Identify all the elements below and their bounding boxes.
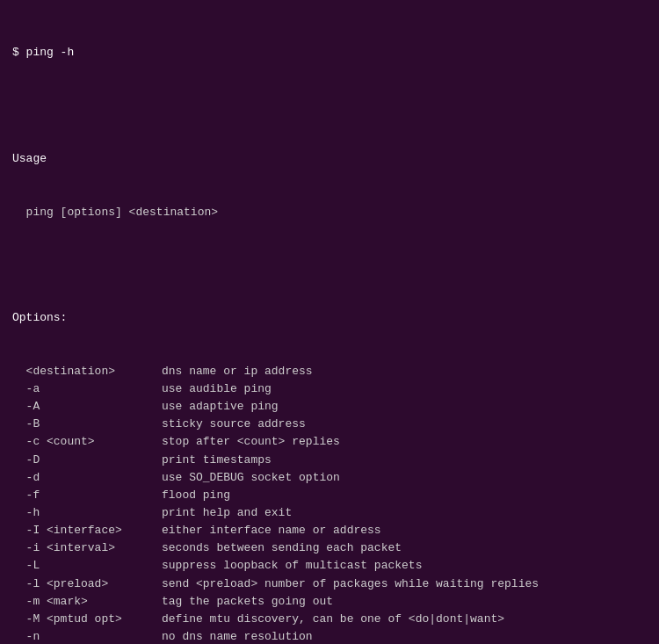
option-desc: print help and exit (162, 504, 292, 522)
usage-label: Usage (12, 150, 647, 168)
option-line: -i <interval>seconds between sending eac… (12, 539, 647, 557)
usage-cmd: ping [options] <destination> (12, 204, 647, 221)
option-key: -L (12, 557, 162, 575)
option-key: -f (12, 487, 162, 504)
option-key: -a (12, 380, 162, 398)
blank-line-1 (12, 98, 647, 115)
option-desc: no dns name resolution (162, 628, 313, 644)
option-key: -h (12, 504, 162, 522)
option-line: -l <preload>send <preload> number of pac… (12, 575, 647, 593)
option-line: -I <interface>either interface name or a… (12, 522, 647, 539)
option-desc: stop after <count> replies (162, 433, 340, 451)
option-key: -A (12, 398, 162, 416)
option-line: <destination>dns name or ip address (12, 363, 647, 380)
option-desc: use adaptive ping (162, 398, 279, 416)
command-line: $ ping -h (12, 44, 647, 62)
option-desc: use SO_DEBUG socket option (162, 469, 340, 487)
option-desc: suppress loopback of multicast packets (162, 557, 422, 575)
option-desc: print timestamps (162, 452, 272, 469)
option-key: -i <interval> (12, 539, 162, 557)
option-desc: send <preload> number of packages while … (162, 575, 539, 593)
option-line: -ause audible ping (12, 380, 647, 398)
option-desc: sticky source address (162, 416, 306, 433)
option-key: <destination> (12, 363, 162, 380)
option-key: -d (12, 469, 162, 487)
option-key: -B (12, 416, 162, 433)
option-key: -D (12, 452, 162, 469)
blank-line-2 (12, 257, 647, 274)
option-desc: either interface name or address (162, 522, 381, 539)
option-desc: use audible ping (162, 380, 272, 398)
option-key: -m <mark> (12, 593, 162, 611)
option-line: -Ause adaptive ping (12, 398, 647, 416)
option-line: -Lsuppress loopback of multicast packets (12, 557, 647, 575)
option-key: -M <pmtud opt> (12, 611, 162, 628)
option-line: -c <count>stop after <count> replies (12, 433, 647, 451)
option-line: -M <pmtud opt>define mtu discovery, can … (12, 611, 647, 628)
option-key: -I <interface> (12, 522, 162, 539)
options-label: Options: (12, 309, 647, 327)
option-desc: tag the packets going out (162, 593, 333, 611)
option-line: -m <mark>tag the packets going out (12, 593, 647, 611)
option-line: -Bsticky source address (12, 416, 647, 433)
option-line: -Dprint timestamps (12, 452, 647, 469)
option-key: -n (12, 628, 162, 644)
option-line: -fflood ping (12, 487, 647, 504)
option-line: -hprint help and exit (12, 504, 647, 522)
option-line: -duse SO_DEBUG socket option (12, 469, 647, 487)
option-line: -nno dns name resolution (12, 628, 647, 644)
terminal-output: $ ping -h Usage ping [options] <destinat… (12, 9, 647, 644)
option-desc: flood ping (162, 487, 230, 504)
option-desc: dns name or ip address (162, 363, 313, 380)
option-key: -c <count> (12, 433, 162, 451)
option-desc: define mtu discovery, can be one of <do|… (162, 611, 504, 628)
option-desc: seconds between sending each packet (162, 539, 402, 557)
option-key: -l <preload> (12, 575, 162, 593)
options-list: <destination>dns name or ip address -aus… (12, 363, 647, 644)
